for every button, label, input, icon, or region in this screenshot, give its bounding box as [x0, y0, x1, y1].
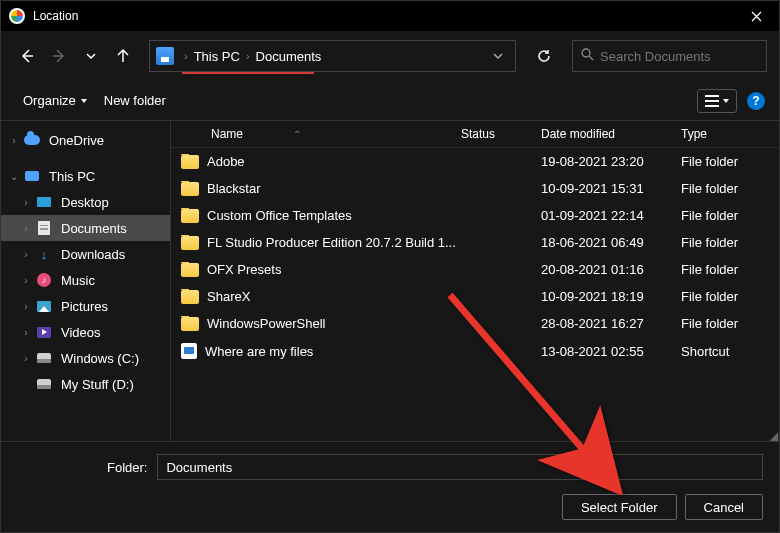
- sidebar-item-videos[interactable]: ›Videos: [1, 319, 170, 345]
- down-icon: ↓: [35, 246, 53, 262]
- folder-icon: [181, 263, 199, 277]
- file-name: WindowsPowerShell: [207, 316, 326, 331]
- sidebar-item-documents[interactable]: ›Documents: [1, 215, 170, 241]
- file-type: File folder: [681, 262, 769, 277]
- help-button[interactable]: ?: [747, 92, 765, 110]
- file-name: Custom Office Templates: [207, 208, 352, 223]
- file-type: File folder: [681, 181, 769, 196]
- vid-icon: [35, 324, 53, 340]
- drive-icon: [35, 376, 53, 392]
- sidebar-item-label: This PC: [49, 169, 95, 184]
- breadcrumb-dropdown[interactable]: [485, 47, 511, 65]
- sidebar-item-label: Music: [61, 273, 95, 288]
- sidebar: ›OneDrive⌄This PC›Desktop›Documents›↓Dow…: [1, 121, 171, 441]
- file-row[interactable]: Adobe19-08-2021 23:20File folder: [171, 148, 779, 175]
- file-date: 10-09-2021 15:31: [541, 181, 681, 196]
- refresh-button[interactable]: [528, 40, 560, 72]
- file-list: Adobe19-08-2021 23:20File folderBlacksta…: [171, 148, 779, 441]
- sidebar-item-music[interactable]: ›♪Music: [1, 267, 170, 293]
- view-mode-button[interactable]: [697, 89, 737, 113]
- file-type: Shortcut: [681, 344, 769, 359]
- breadcrumb-root[interactable]: This PC: [194, 49, 240, 64]
- file-name: Where are my files: [205, 344, 313, 359]
- music-icon: ♪: [35, 272, 53, 288]
- file-date: 20-08-2021 01:16: [541, 262, 681, 277]
- col-type[interactable]: Type: [681, 127, 769, 141]
- expand-icon[interactable]: ›: [19, 275, 33, 286]
- file-name: OFX Presets: [207, 262, 281, 277]
- up-button[interactable]: [109, 42, 137, 70]
- file-name: Adobe: [207, 154, 245, 169]
- breadcrumb-current[interactable]: Documents: [256, 49, 322, 64]
- svg-rect-1: [705, 95, 719, 97]
- drive-icon: [35, 350, 53, 366]
- col-status[interactable]: Status: [461, 127, 541, 141]
- chevron-right-icon: ›: [184, 50, 188, 62]
- search-box[interactable]: [572, 40, 767, 72]
- col-date[interactable]: Date modified: [541, 127, 681, 141]
- window-title: Location: [33, 9, 734, 23]
- expand-icon[interactable]: ⌄: [7, 171, 21, 182]
- file-date: 13-08-2021 02:55: [541, 344, 681, 359]
- resize-grip[interactable]: ◢: [769, 433, 777, 439]
- file-type: File folder: [681, 235, 769, 250]
- expand-icon[interactable]: ›: [19, 327, 33, 338]
- sidebar-item-label: OneDrive: [49, 133, 104, 148]
- folder-icon: [181, 290, 199, 304]
- file-row[interactable]: FL Studio Producer Edition 20.7.2 Build …: [171, 229, 779, 256]
- file-row[interactable]: Blackstar10-09-2021 15:31File folder: [171, 175, 779, 202]
- expand-icon[interactable]: ›: [19, 197, 33, 208]
- folder-icon: [181, 155, 199, 169]
- new-folder-button[interactable]: New folder: [96, 87, 174, 114]
- column-headers: Name⌃ Status Date modified Type: [171, 121, 779, 148]
- footer: Folder: Select Folder Cancel: [1, 441, 779, 532]
- file-date: 19-08-2021 23:20: [541, 154, 681, 169]
- file-row[interactable]: OFX Presets20-08-2021 01:16File folder: [171, 256, 779, 283]
- toolbar: Organize New folder ?: [1, 81, 779, 121]
- close-button[interactable]: [734, 1, 779, 31]
- col-name[interactable]: Name⌃: [181, 127, 461, 141]
- file-row[interactable]: WindowsPowerShell28-08-2021 16:27File fo…: [171, 310, 779, 337]
- file-date: 18-06-2021 06:49: [541, 235, 681, 250]
- search-input[interactable]: [600, 49, 758, 64]
- file-name: FL Studio Producer Edition 20.7.2 Build …: [207, 235, 456, 250]
- sidebar-item-label: My Stuff (D:): [61, 377, 134, 392]
- file-date: 01-09-2021 22:14: [541, 208, 681, 223]
- sidebar-item-my-stuff-d-[interactable]: My Stuff (D:): [1, 371, 170, 397]
- folder-input[interactable]: [157, 454, 763, 480]
- file-row[interactable]: Custom Office Templates01-09-2021 22:14F…: [171, 202, 779, 229]
- breadcrumb[interactable]: › This PC › Documents: [149, 40, 516, 72]
- recent-dropdown[interactable]: [77, 42, 105, 70]
- file-date: 28-08-2021 16:27: [541, 316, 681, 331]
- forward-button[interactable]: [45, 42, 73, 70]
- sidebar-item-this-pc[interactable]: ⌄This PC: [1, 163, 170, 189]
- folder-icon: [181, 317, 199, 331]
- sidebar-item-downloads[interactable]: ›↓Downloads: [1, 241, 170, 267]
- folder-icon: [181, 236, 199, 250]
- file-name: Blackstar: [207, 181, 260, 196]
- expand-icon[interactable]: ›: [19, 249, 33, 260]
- expand-icon[interactable]: ›: [7, 135, 21, 146]
- select-folder-button[interactable]: Select Folder: [562, 494, 677, 520]
- expand-icon[interactable]: ›: [19, 223, 33, 234]
- sidebar-item-label: Videos: [61, 325, 101, 340]
- sidebar-item-pictures[interactable]: ›Pictures: [1, 293, 170, 319]
- chevron-right-icon: ›: [246, 50, 250, 62]
- organize-button[interactable]: Organize: [15, 87, 96, 114]
- back-button[interactable]: [13, 42, 41, 70]
- sidebar-item-label: Desktop: [61, 195, 109, 210]
- chrome-icon: [9, 8, 25, 24]
- expand-icon[interactable]: ›: [19, 301, 33, 312]
- pc-icon: [23, 168, 41, 184]
- sidebar-item-desktop[interactable]: ›Desktop: [1, 189, 170, 215]
- cloud-icon: [23, 132, 41, 148]
- file-pane: Name⌃ Status Date modified Type Adobe19-…: [171, 121, 779, 441]
- sort-asc-icon: ⌃: [293, 129, 301, 140]
- sidebar-item-windows-c-[interactable]: ›Windows (C:): [1, 345, 170, 371]
- file-row[interactable]: Where are my files13-08-2021 02:55Shortc…: [171, 337, 779, 365]
- sidebar-item-onedrive[interactable]: ›OneDrive: [1, 127, 170, 153]
- cancel-button[interactable]: Cancel: [685, 494, 763, 520]
- file-row[interactable]: ShareX10-09-2021 18:19File folder: [171, 283, 779, 310]
- expand-icon[interactable]: ›: [19, 353, 33, 364]
- list-view-icon: [704, 94, 720, 108]
